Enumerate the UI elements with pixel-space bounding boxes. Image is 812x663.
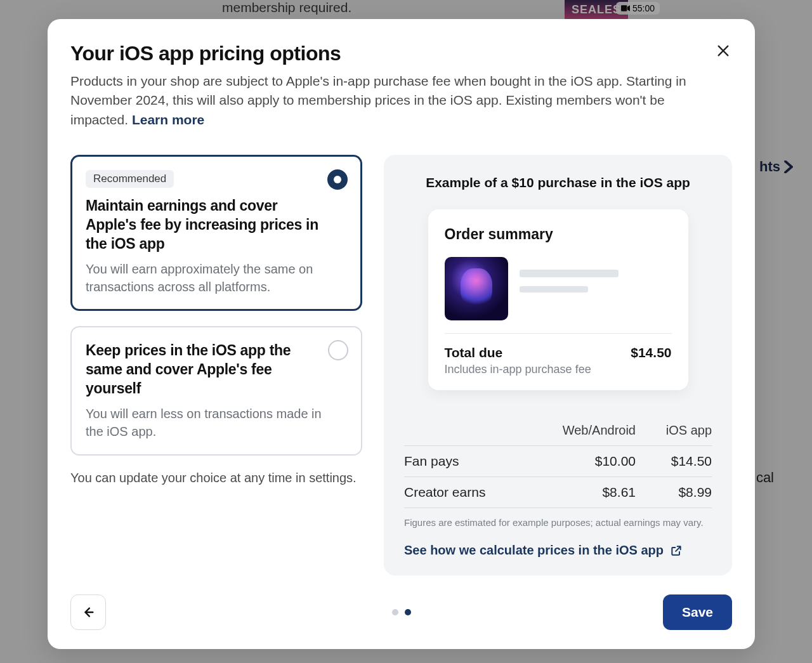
table-row: Fan pays $10.00 $14.50 bbox=[404, 446, 712, 477]
calculation-link[interactable]: See how we calculate prices in the iOS a… bbox=[404, 543, 683, 558]
modal-title: Your iOS app pricing options bbox=[70, 42, 707, 65]
total-due-subtext: Includes in-app purchase fee bbox=[445, 363, 672, 376]
option-keep-prices[interactable]: Keep prices in the iOS app the same and … bbox=[70, 326, 362, 456]
pricing-modal: Your iOS app pricing options Products in… bbox=[48, 19, 755, 649]
close-button[interactable] bbox=[712, 39, 735, 62]
order-summary-heading: Order summary bbox=[445, 226, 672, 243]
option-title: Maintain earnings and cover Apple's fee … bbox=[86, 197, 323, 254]
arrow-left-icon bbox=[81, 605, 95, 619]
row-label: Creator earns bbox=[404, 485, 547, 500]
close-icon bbox=[716, 44, 730, 58]
modal-header: Your iOS app pricing options Products in… bbox=[70, 42, 732, 129]
product-thumbnail bbox=[445, 257, 508, 320]
option-description: You will earn less on transactions made … bbox=[86, 405, 323, 440]
radio-unselected-icon bbox=[328, 340, 348, 360]
external-link-icon bbox=[670, 544, 683, 557]
table-row: Creator earns $8.61 $8.99 bbox=[404, 477, 712, 508]
option-title: Keep prices in the iOS app the same and … bbox=[86, 341, 323, 398]
example-panel: Example of a $10 purchase in the iOS app… bbox=[384, 155, 732, 575]
option-description: You will earn approximately the same on … bbox=[86, 260, 323, 296]
col-ios-app: iOS app bbox=[636, 423, 712, 438]
total-due-label: Total due bbox=[445, 345, 503, 360]
order-summary-card: Order summary Total due $14.50 Includes … bbox=[428, 209, 688, 390]
example-heading: Example of a $10 purchase in the iOS app bbox=[404, 175, 712, 190]
table-header-row: Web/Android iOS app bbox=[404, 416, 712, 446]
recommended-badge: Recommended bbox=[86, 170, 174, 188]
modal-subtitle: Products in your shop are subject to App… bbox=[70, 72, 707, 129]
total-due-value: $14.50 bbox=[631, 345, 671, 360]
page-dot-active bbox=[405, 609, 411, 615]
option-maintain-earnings[interactable]: Recommended Maintain earnings and cover … bbox=[70, 155, 362, 311]
row-label: Fan pays bbox=[404, 454, 547, 469]
page-indicator bbox=[392, 609, 411, 615]
page-dot bbox=[392, 609, 398, 615]
row-web-value: $8.61 bbox=[547, 485, 636, 500]
settings-note: You can update your choice at any time i… bbox=[70, 471, 362, 485]
disclaimer-text: Figures are estimated for example purpos… bbox=[404, 517, 712, 528]
row-ios-value: $14.50 bbox=[636, 454, 712, 469]
back-button[interactable] bbox=[70, 594, 106, 630]
radio-selected-icon bbox=[327, 169, 348, 190]
row-ios-value: $8.99 bbox=[636, 485, 712, 500]
placeholder-lines bbox=[520, 257, 672, 301]
learn-more-link[interactable]: Learn more bbox=[132, 112, 204, 127]
row-web-value: $10.00 bbox=[547, 454, 636, 469]
comparison-table: Web/Android iOS app Fan pays $10.00 $14.… bbox=[404, 416, 712, 508]
col-web-android: Web/Android bbox=[547, 423, 636, 438]
save-button[interactable]: Save bbox=[663, 594, 732, 630]
